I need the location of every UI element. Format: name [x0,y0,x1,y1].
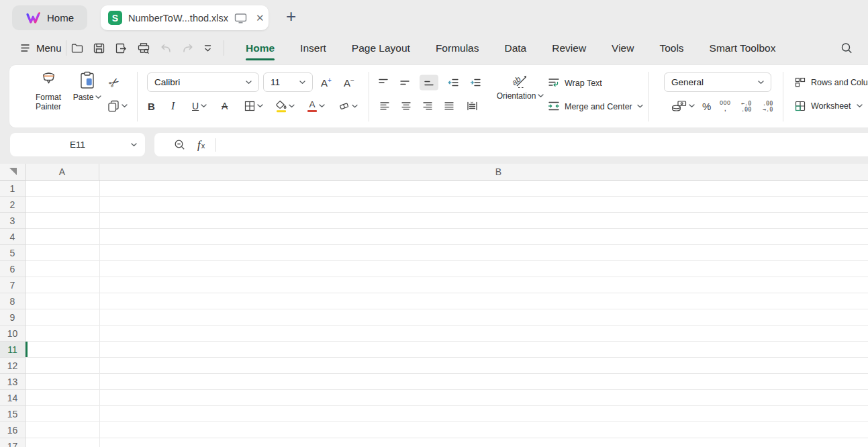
align-bottom-button[interactable] [420,75,438,91]
align-center-button[interactable] [401,101,412,111]
row-header-17[interactable]: 17 [0,438,25,447]
menu-item-data[interactable]: Data [492,32,540,64]
row-header-11[interactable]: 11 [0,342,25,358]
font-size-select[interactable]: 11 [263,72,313,92]
grid-row-3[interactable] [26,213,868,229]
bold-button[interactable]: B [148,101,155,112]
align-left-button[interactable] [379,101,390,111]
grid-row-7[interactable] [26,277,868,293]
cut-button[interactable]: ✂ [109,75,119,91]
grid-row-9[interactable] [26,309,868,326]
insert-function-button[interactable]: fx [197,138,205,152]
search-icon[interactable] [840,42,853,54]
borders-button[interactable] [244,101,263,111]
font-family-select[interactable]: Calibri [147,72,259,92]
grid-row-12[interactable] [26,358,868,374]
save-icon[interactable] [93,43,105,54]
strikethrough-button[interactable]: A [222,101,228,111]
grid-row-16[interactable] [26,422,868,438]
screen-share-icon[interactable] [234,13,247,23]
menu-item-tools[interactable]: Tools [646,32,696,64]
paste-button[interactable]: Paste [71,71,103,102]
grid-row-5[interactable] [26,245,868,261]
underline-button[interactable]: U [192,101,207,111]
home-launcher-tab[interactable]: Home [12,5,87,30]
row-header-13[interactable]: 13 [0,374,25,390]
rows-columns-button[interactable]: Rows and Columns [795,77,868,88]
worksheet-button[interactable]: Worksheet [795,101,863,111]
justify-button[interactable] [444,101,454,111]
column-header-b[interactable]: B [99,164,868,181]
decrease-font-button[interactable]: A− [344,77,354,89]
new-tab-button[interactable]: + [282,5,300,28]
menu-item-page-layout[interactable]: Page Layout [339,32,423,64]
row-header-16[interactable]: 16 [0,422,25,438]
clear-format-button[interactable] [338,101,358,111]
grid-row-13[interactable] [26,374,868,390]
format-painter-button[interactable]: Format Painter [24,71,73,111]
grid-row-11[interactable] [26,342,868,358]
row-header-5[interactable]: 5 [0,245,25,261]
row-header-4[interactable]: 4 [0,229,25,245]
align-top-button[interactable] [378,79,389,87]
customize-toolbar-icon[interactable] [203,44,213,53]
grid-row-1[interactable] [26,181,868,197]
grid-row-8[interactable] [26,293,868,309]
export-icon[interactable] [115,43,127,54]
row-header-14[interactable]: 14 [0,390,25,406]
column-header-a[interactable]: A [26,164,99,181]
percent-style-button[interactable]: % [702,101,711,112]
comma-style-button[interactable]: 000 , [720,100,731,112]
italic-button[interactable]: I [171,100,175,112]
row-header-7[interactable]: 7 [0,277,25,293]
row-header-6[interactable]: 6 [0,261,25,277]
name-box[interactable]: E11 [10,133,145,156]
increase-font-button[interactable]: A+ [321,77,332,89]
main-menu-button[interactable]: Menu [20,32,62,64]
menu-item-home[interactable]: Home [233,32,287,64]
print-preview-icon[interactable] [138,42,150,54]
row-header-1[interactable]: 1 [0,181,25,197]
menu-item-review[interactable]: Review [539,32,599,64]
close-icon[interactable]: ✕ [253,11,267,26]
wrap-text-button[interactable]: Wrap Text [548,78,602,88]
grid-row-6[interactable] [26,261,868,277]
menu-item-smart-toolbox[interactable]: Smart Toolbox [697,32,789,64]
number-format-select[interactable]: General [664,72,771,92]
merge-center-button[interactable]: Merge and Center [548,101,643,111]
menu-item-formulas[interactable]: Formulas [423,32,492,64]
grid-row-2[interactable] [26,197,868,213]
fill-color-button[interactable] [275,100,295,112]
menu-item-insert[interactable]: Insert [287,32,339,64]
grid-row-4[interactable] [26,229,868,245]
formula-input[interactable] [216,133,868,156]
row-header-10[interactable]: 10 [0,326,25,342]
row-header-3[interactable]: 3 [0,213,25,229]
grid-row-15[interactable] [26,406,868,422]
align-middle-button[interactable] [399,79,410,87]
cells-area[interactable] [26,181,868,447]
decrease-indent-button[interactable] [448,78,459,87]
copy-button[interactable] [107,100,128,112]
menu-item-view[interactable]: View [599,32,646,64]
grid-row-17[interactable] [26,438,868,447]
increase-decimal-button[interactable]: ←.0 .00 [741,101,751,112]
orientation-button[interactable]: ab Orientation [489,72,551,101]
currency-button[interactable] [671,100,695,112]
select-all-corner[interactable] [0,164,26,181]
distributed-button[interactable] [467,101,478,111]
row-header-2[interactable]: 2 [0,197,25,213]
row-header-12[interactable]: 12 [0,358,25,374]
row-header-15[interactable]: 15 [0,406,25,422]
open-folder-icon[interactable] [71,43,83,54]
magnifier-minus-icon[interactable] [174,139,186,151]
increase-indent-button[interactable] [470,78,481,87]
document-tab[interactable]: S NumberToW...thod.xlsx ✕ [101,5,269,30]
align-right-button[interactable] [422,101,433,111]
grid-row-14[interactable] [26,390,868,406]
grid-row-10[interactable] [26,326,868,342]
font-color-button[interactable]: A [307,100,325,112]
row-header-8[interactable]: 8 [0,293,25,309]
row-header-9[interactable]: 9 [0,309,25,326]
decrease-decimal-button[interactable]: .00 →.0 [763,101,773,112]
